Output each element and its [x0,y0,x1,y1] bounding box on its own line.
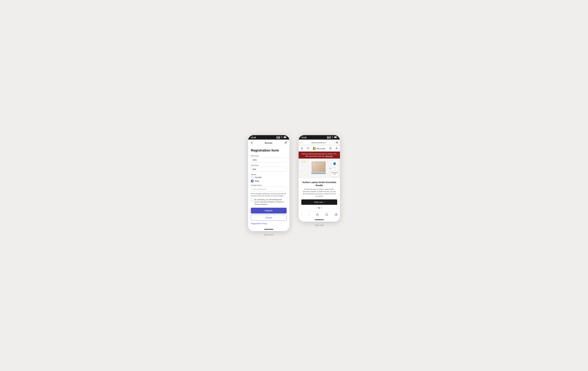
pause-icon[interactable]: ⏸ [320,207,322,209]
laptop-base [311,172,326,173]
browser-bar: ‹ www.microsoft.com [299,140,340,146]
svg-point-9 [336,147,337,148]
page-wrapper: 10:28 ▐▐▐ [239,126,349,245]
first-name-label: First name [251,155,287,157]
ms-brand-label: Microsoft [317,147,326,150]
dot-2-active [318,207,320,208]
qv-close-button[interactable]: ✕ [251,141,253,144]
carousel-prev-button[interactable]: ‹ [300,167,303,170]
browser-bottom-forward[interactable]: › [309,213,309,216]
wifi-icon [281,136,283,138]
qv-form-body: Registration form First name Last name G… [248,146,289,228]
svg-rect-11 [335,214,337,216]
battery-icon [284,136,287,138]
home-bar [264,229,273,230]
ms-sq-blue [313,149,314,150]
ms-nav-bar: ☰ Microsoft [299,146,340,152]
dot-1 [316,207,318,208]
product-desc: Bundle and save on Surface Laptop Studio… [301,188,337,197]
ms-logo-group: Microsoft [313,147,326,150]
hamburger-menu-icon[interactable]: ☰ [301,147,303,150]
sparkle-icon: ✦✦ [302,160,306,163]
cart-icon[interactable] [329,147,332,150]
carousel-dots: ⏸ [301,207,337,209]
privacy-checkbox-group: By continuing, you acknowledge that you'… [251,198,287,206]
browser-bottom-back[interactable]: ‹ [301,213,302,216]
promo-text: Finish your gift list with great deals o… [302,153,337,157]
svg-point-6 [307,147,309,149]
ms-sq-red [313,147,314,149]
qv-status-right: ▐▐▐ [276,136,287,138]
qv-external-button[interactable] [284,141,287,144]
quickview-phone-container: 10:28 ▐▐▐ [248,135,289,236]
microsoft-complete-badge [332,161,337,166]
search-icon[interactable] [307,147,309,150]
ms-sq-green [314,147,316,149]
qv-home-indicator [248,228,289,231]
svg-point-8 [331,149,331,149]
faq-link[interactable]: Registration FAQs [251,222,287,225]
account-icon[interactable] [335,147,338,150]
carousel-next-button[interactable]: › [335,167,339,170]
register-button[interactable]: Register [251,208,287,214]
product-card: Surface Laptop Studio Essentials Bundle … [299,178,340,212]
browser-bottom-bar: ‹ › [299,212,340,218]
wb-time: 10:28 [301,136,306,139]
privacy-checkbox[interactable] [251,199,253,201]
cancel-button[interactable]: Cancel [251,215,287,221]
wb-home-bar [315,219,324,220]
shop-now-button[interactable]: Shop now › [301,199,337,205]
browser-back-button[interactable]: ‹ [300,141,301,144]
product-image-wrapper: ✦✦ [299,159,340,178]
browser-bottom-bookmarks[interactable] [326,213,328,217]
svg-rect-1 [284,137,286,138]
webview-phone-container: 10:28 ▐▐▐ [299,135,340,226]
quickview-phone: 10:28 ▐▐▐ [248,135,289,231]
product-image: ✦✦ [299,159,340,178]
contact-phone-input[interactable] [251,187,287,192]
webview-label: Web view [315,224,324,226]
female-label: Female [255,176,261,178]
wb-wifi-icon [331,136,333,138]
browser-bottom-tabs[interactable] [335,213,337,217]
wb-status-bar: 10:28 ▐▐▐ [299,135,340,140]
shield-icon [333,162,336,165]
qv-app-header: ✕ Booster [248,140,289,146]
wb-home-indicator [299,218,340,222]
url-bar[interactable]: www.microsoft.com [302,141,335,144]
ms-logo-squares [313,147,316,150]
ms365-badge-label: Microsoft365 [332,172,337,175]
radio-male[interactable]: Male [251,180,287,182]
webview-phone: 10:28 ▐▐▐ [299,135,340,222]
first-name-input[interactable] [251,157,287,162]
wb-status-right: ▐▐▐ [326,136,337,138]
browser-share-button[interactable] [336,141,338,144]
ms365-badge: Microsoft365 [332,171,337,176]
promo-banner[interactable]: Finish your gift list with great deals o… [299,152,340,159]
gender-label: Gender [251,174,287,175]
qv-status-bar: 10:28 ▐▐▐ [248,135,289,140]
wb-battery-icon [334,136,337,138]
form-title: Registration form [251,148,287,153]
qv-time: 10:28 [251,136,256,139]
first-name-group: First name [251,155,287,162]
signal-icon: ▐▐▐ [276,136,280,138]
quickview-label: Quick view [264,234,274,236]
last-name-input[interactable] [251,167,287,172]
qv-app-title: Booster [265,142,273,144]
contact-phone-section: Contact phone A text message containing … [251,184,287,197]
wb-signal-icon: ▐▐▐ [326,136,330,138]
shop-now-label: Shop now [314,201,323,203]
laptop-foot [311,173,326,174]
male-label: Male [255,180,259,182]
browser-bottom-share[interactable] [316,213,319,217]
last-name-label: Last name [251,164,287,166]
shop-now-arrow: › [324,201,325,203]
svg-point-7 [330,149,330,149]
ms-sq-yellow [314,149,316,150]
contact-label: Contact phone [251,184,287,186]
sms-notice-text: A text message containing a one-time pas… [251,193,287,197]
radio-female[interactable]: Female [251,176,287,179]
carousel-nav: ‹ › [299,167,340,170]
promo-shop-link[interactable]: Shop now › [326,155,333,157]
